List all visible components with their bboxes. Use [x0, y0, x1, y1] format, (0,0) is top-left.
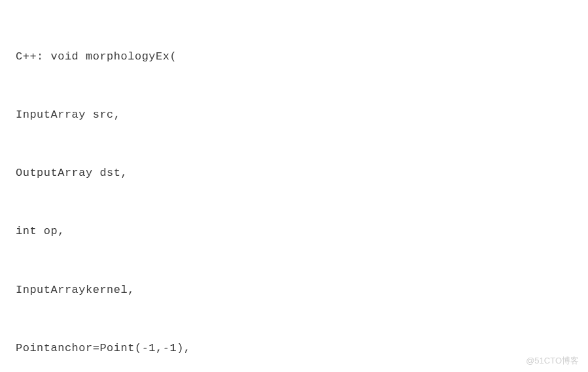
code-line: InputArray src, [16, 105, 572, 125]
code-line: Pointanchor=Point(-1,-1), [16, 339, 572, 358]
code-block: C++: void morphologyEx( InputArray src, … [16, 8, 572, 372]
watermark: @51CTO博客 [526, 355, 579, 367]
code-line: int op, [16, 222, 572, 241]
code-line: C++: void morphologyEx( [16, 47, 572, 67]
code-line: InputArraykernel, [16, 280, 572, 300]
code-line: OutputArray dst, [16, 163, 572, 183]
